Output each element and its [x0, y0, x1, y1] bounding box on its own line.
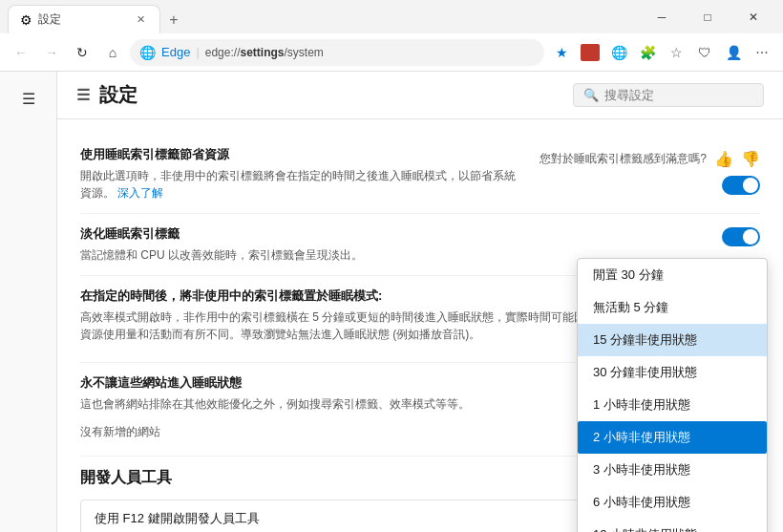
dropdown-option-3[interactable]: 30 分鐘非使用狀態: [578, 356, 767, 389]
fade-sleep-tabs-toggle[interactable]: [722, 227, 760, 246]
forward-button[interactable]: →: [38, 39, 65, 66]
sidebar: ☰: [0, 72, 57, 532]
url-separator: |: [196, 45, 199, 59]
sidebar-menu-button[interactable]: ☰: [10, 81, 48, 116]
feedback-text: 您對於睡眠索引標籤感到滿意嗎?: [540, 151, 707, 167]
titlebar: ⚙ 設定 ✕ + ─ □ ✕: [0, 0, 783, 33]
tab-area: ⚙ 設定 ✕ +: [8, 0, 632, 33]
collections-icon: [581, 44, 600, 61]
dropdown-option-7[interactable]: 6 小時非使用狀態: [578, 486, 767, 519]
more-button[interactable]: ···: [749, 39, 775, 66]
maximize-button[interactable]: □: [686, 0, 730, 33]
addressbar: ← → ↻ ⌂ 🌐 Edge | edge://settings/system …: [0, 33, 783, 72]
thumbs-up-button[interactable]: 👍: [714, 150, 733, 168]
favorites-star-button[interactable]: ☆: [663, 39, 689, 66]
home-button[interactable]: ⌂: [99, 39, 126, 66]
fade-sleep-tabs-title: 淡化睡眠索引標籤: [80, 225, 707, 243]
translate-button[interactable]: 🌐: [605, 39, 632, 66]
profile-button[interactable]: 👤: [720, 39, 747, 66]
sleep-tabs-toggle[interactable]: [722, 176, 760, 195]
dropdown-option-6[interactable]: 3 小時非使用狀態: [578, 454, 767, 486]
extensions-button[interactable]: 🧩: [634, 39, 661, 66]
dropdown-option-5[interactable]: 2 小時非使用狀態: [578, 421, 767, 454]
hamburger-icon[interactable]: ☰: [76, 86, 90, 104]
sleep-time-dropdown-menu: 閒置 30 分鐘 無活動 5 分鐘 15 分鐘非使用狀態 30 分鐘非使用狀態 …: [577, 258, 768, 532]
url-text: edge://settings/system: [205, 46, 324, 59]
collections-button[interactable]: [577, 39, 603, 66]
edge-logo-icon: 🌐: [139, 45, 156, 60]
edge-label: Edge: [161, 45, 190, 59]
settings-title: ☰ 設定: [76, 82, 138, 108]
sleep-after-time-title: 在指定的時間後，將非使用中的索引標籤置於睡眠模式:: [80, 287, 592, 305]
favorites-button[interactable]: ★: [548, 39, 575, 66]
minimize-button[interactable]: ─: [640, 0, 684, 33]
sleep-tabs-desc: 開啟此選項時，非使用中的索引標籤將會在指定的時間之後進入睡眠模式，以節省系統資源…: [80, 167, 524, 202]
main-content: ☰ 設定 🔍 使用睡眠索引標籤節省資源 開啟此選項時，非使用中的索引標籤將會在指…: [57, 72, 783, 532]
dropdown-option-4[interactable]: 1 小時非使用狀態: [578, 389, 767, 421]
page-title: 設定: [99, 82, 138, 108]
thumbs-down-button[interactable]: 👎: [741, 150, 760, 168]
dropdown-option-2[interactable]: 15 分鐘非使用狀態: [578, 324, 767, 356]
dropdown-option-0[interactable]: 閒置 30 分鐘: [578, 259, 767, 291]
search-icon: 🔍: [583, 88, 599, 102]
close-button[interactable]: ✕: [731, 0, 775, 33]
search-input[interactable]: [604, 88, 738, 102]
back-button[interactable]: ←: [8, 39, 34, 66]
sleep-tabs-setting: 使用睡眠索引標籤節省資源 開啟此選項時，非使用中的索引標籤將會在指定的時間之後進…: [80, 135, 760, 214]
sleep-tabs-left: 使用睡眠索引標籤節省資源 開啟此選項時，非使用中的索引標籤將會在指定的時間之後進…: [80, 146, 540, 202]
sleep-tabs-title: 使用睡眠索引標籤節省資源: [80, 146, 524, 163]
window-controls: ─ □ ✕: [640, 0, 775, 33]
sleep-after-time-desc: 高效率模式開啟時，非作用中的索引標籤橫在 5 分鐘或更短的時間後進入睡眠狀態，實…: [80, 309, 592, 343]
devtools-label: 使用 F12 鍵開啟開發人員工具: [95, 510, 260, 527]
settings-header: ☰ 設定 🔍: [57, 72, 783, 119]
tab-close-button[interactable]: ✕: [133, 12, 148, 28]
app-body: ☰ ☰ 設定 🔍 使用睡眠索引標籤節省資源 開啟此選項時，非使用中的索引標籤將會…: [0, 72, 783, 532]
dropdown-option-8[interactable]: 12 小時非使用狀態: [578, 519, 767, 532]
learn-more-link[interactable]: 深入了解: [117, 186, 163, 200]
tab-title: 設定: [38, 11, 127, 28]
new-tab-button[interactable]: +: [160, 7, 187, 33]
tab-icon: ⚙: [20, 12, 32, 28]
feedback-area: 您對於睡眠索引標籤感到滿意嗎? 👍 👎: [540, 150, 760, 168]
search-box[interactable]: 🔍: [573, 83, 764, 107]
settings-tab[interactable]: ⚙ 設定 ✕: [8, 5, 160, 33]
shield-button[interactable]: 🛡: [691, 39, 718, 66]
url-bar[interactable]: 🌐 Edge | edge://settings/system: [130, 39, 544, 66]
refresh-button[interactable]: ↻: [69, 39, 95, 66]
toolbar-icons: ★ 🌐 🧩 ☆ 🛡 👤 ···: [548, 39, 775, 66]
dropdown-option-1[interactable]: 無活動 5 分鐘: [578, 291, 767, 324]
